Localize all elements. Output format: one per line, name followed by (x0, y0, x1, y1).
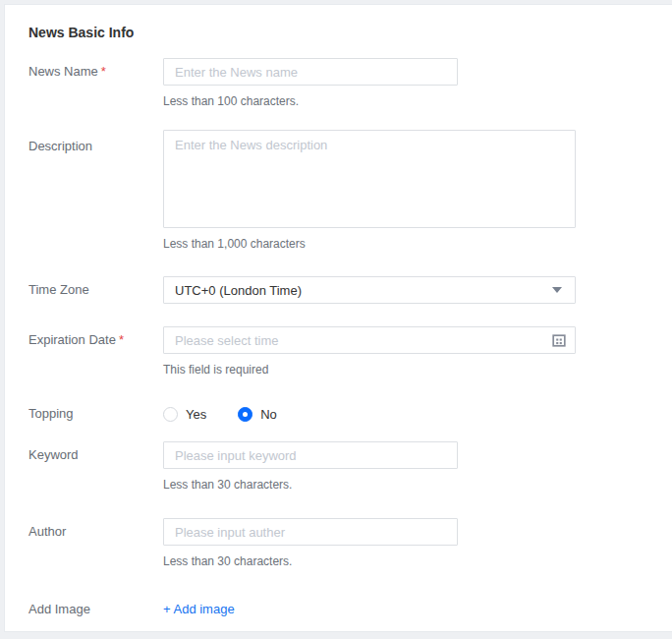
required-asterisk: * (119, 332, 124, 347)
description-label: Description (28, 130, 163, 155)
add-image-link[interactable]: + Add image (163, 602, 235, 617)
add-image-label-text: Add Image (28, 602, 90, 616)
chevron-down-icon (552, 287, 562, 293)
author-label: Author (28, 518, 163, 546)
expiration-date-control: This field is required (163, 326, 672, 378)
news-name-control: Less than 100 characters. (163, 58, 672, 109)
field-row-add-image: Add Image + Add image (28, 602, 672, 617)
expiration-date-label-text: Expiration Date (28, 332, 116, 347)
field-row-expiration-date: Expiration Date* This field is required (28, 326, 672, 378)
expiration-date-helper: This field is required (163, 362, 672, 378)
news-name-helper: Less than 100 characters. (163, 93, 672, 109)
calendar-icon[interactable] (552, 333, 575, 347)
keyword-helper: Less than 30 characters. (163, 477, 672, 493)
time-zone-control: UTC+0 (London Time) (163, 276, 672, 304)
expiration-date-label: Expiration Date* (28, 326, 163, 354)
description-textarea[interactable] (163, 130, 576, 228)
expiration-date-input[interactable] (164, 327, 552, 353)
required-asterisk: * (101, 64, 106, 79)
panel-title: News Basic Info (28, 23, 672, 42)
topping-radio-yes[interactable]: Yes (163, 407, 206, 422)
news-name-label: News Name* (28, 58, 163, 86)
news-name-input[interactable] (163, 58, 458, 86)
topping-radio-group: Yes No (163, 400, 672, 428)
field-row-keyword: Keyword Less than 30 characters. (28, 441, 672, 493)
topping-no-label: No (260, 407, 277, 422)
description-control: Less than 1,000 characters (163, 130, 672, 252)
field-row-description: Description Less than 1,000 characters (28, 130, 672, 252)
field-row-time-zone: Time Zone UTC+0 (London Time) (28, 276, 672, 304)
topping-label-text: Topping (28, 406, 74, 421)
time-zone-label-text: Time Zone (28, 282, 89, 297)
keyword-input[interactable] (163, 441, 458, 469)
time-zone-select[interactable]: UTC+0 (London Time) (163, 276, 576, 304)
news-name-label-text: News Name (28, 64, 98, 79)
news-basic-info-panel: News Basic Info News Name* Less than 100… (4, 4, 672, 632)
author-input[interactable] (163, 518, 458, 546)
topping-yes-label: Yes (186, 407, 206, 422)
description-label-text: Description (28, 139, 92, 153)
keyword-control: Less than 30 characters. (163, 441, 672, 493)
time-zone-selected-value: UTC+0 (London Time) (175, 283, 552, 298)
add-image-control: + Add image (163, 602, 672, 617)
keyword-label: Keyword (28, 441, 163, 469)
topping-control: Yes No (163, 400, 672, 428)
keyword-label-text: Keyword (28, 447, 79, 462)
radio-checked-icon[interactable] (238, 407, 252, 422)
topping-radio-no[interactable]: No (238, 407, 277, 422)
field-row-topping: Topping Yes No (28, 400, 672, 428)
author-control: Less than 30 characters. (163, 518, 672, 569)
expiration-date-picker[interactable] (163, 326, 576, 354)
radio-unchecked-icon[interactable] (163, 407, 178, 422)
field-row-news-name: News Name* Less than 100 characters. (28, 58, 672, 109)
author-helper: Less than 30 characters. (163, 553, 672, 569)
topping-label: Topping (28, 400, 163, 428)
field-row-author: Author Less than 30 characters. (28, 518, 672, 569)
add-image-label: Add Image (28, 602, 163, 617)
time-zone-label: Time Zone (28, 276, 163, 304)
author-label-text: Author (28, 524, 66, 539)
description-helper: Less than 1,000 characters (163, 236, 672, 252)
